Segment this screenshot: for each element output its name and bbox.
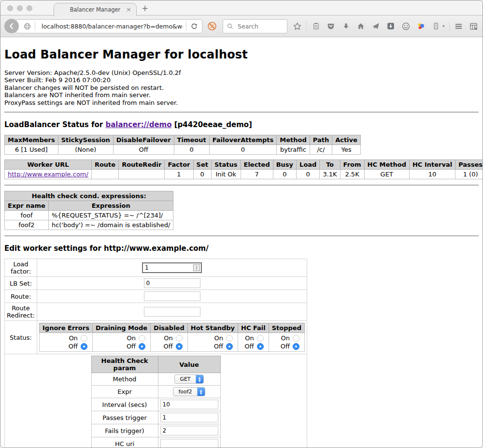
column-header: Expression	[48, 201, 173, 211]
hc-param-row-hc-uri: HC uri	[91, 437, 220, 448]
colored-dots-icon[interactable]	[416, 21, 426, 31]
server-info: Server Version: Apache/2.5.0-dev (Unix) …	[4, 69, 479, 106]
column-header: HC Interval	[409, 160, 455, 170]
workers-table: Worker URL Route RouteRedir Factor Set S…	[4, 159, 483, 179]
method-select[interactable]: GET▲▼	[174, 375, 203, 384]
inherit-note-line: Balancers are NOT inherited from main se…	[4, 91, 479, 99]
tab-balancer-manager[interactable]: Balancer Manager ×	[54, 3, 137, 16]
route-cell	[37, 290, 307, 303]
fails-input[interactable]	[160, 426, 218, 435]
load-factor-cell: ▴▾	[37, 259, 307, 277]
column-header: RouteRedir	[119, 160, 165, 170]
send-icon[interactable]	[371, 21, 381, 31]
home-icon[interactable]	[356, 21, 366, 31]
download-arrow-icon[interactable]	[341, 21, 351, 31]
toolbar-divider	[449, 21, 450, 31]
load-cell: 0	[297, 170, 320, 179]
expr-name-cell: foof2	[5, 220, 49, 230]
hc-fail-off-radio[interactable]	[257, 343, 264, 350]
reload-icon[interactable]	[189, 21, 199, 31]
hc-expressions-table: Health check cond. expressions: Expr nam…	[4, 191, 173, 230]
lb-set-cell	[37, 277, 307, 290]
zoom-window-button[interactable]	[27, 5, 32, 11]
expr-select[interactable]: foof2▲▼	[173, 387, 205, 396]
tab-close-icon[interactable]: ×	[126, 6, 131, 13]
urlbar-divider	[186, 21, 186, 31]
hc-params-table: Health Check param Value Method GET▲▼ Ex…	[91, 356, 221, 448]
hot-standby-off-radio[interactable]	[226, 343, 233, 350]
path-cell: /c/	[310, 145, 332, 155]
balancer-demo-link[interactable]: balancer://demo	[105, 120, 171, 129]
column-header: StickySession	[58, 135, 113, 145]
ignore-errors-radios: On Off	[40, 333, 93, 352]
column-header: Busy	[273, 160, 296, 170]
hc-uri-input[interactable]	[160, 439, 218, 448]
panels-grid-icon[interactable]	[469, 21, 479, 31]
stopped-on-radio[interactable]	[293, 335, 299, 342]
column-header: Value	[158, 356, 220, 373]
device-icon[interactable]	[431, 21, 440, 31]
site-identity-globe-icon[interactable]	[22, 21, 32, 31]
to-cell: 3.1K	[320, 170, 340, 179]
stopped-off-radio[interactable]	[293, 343, 299, 350]
column-header: FailoverAttempts	[209, 135, 277, 145]
form-row-status: Status: Ignore Errors Draining Mode Disa…	[5, 321, 307, 354]
load-factor-input[interactable]	[143, 264, 193, 271]
busy-cell: 0	[273, 170, 296, 179]
passes-input[interactable]	[160, 413, 218, 422]
balancer-status-heading: LoadBalancer Status for balancer://demo …	[4, 120, 479, 129]
passes-label: Passes trigger	[91, 411, 158, 424]
lb-set-input[interactable]	[144, 278, 200, 288]
back-button[interactable]	[4, 19, 19, 33]
downloads-panel-icon[interactable]	[386, 21, 396, 31]
adblock-icon[interactable]	[207, 21, 217, 31]
feedback-smiley-icon[interactable]	[401, 21, 411, 31]
column-header: HC Fail	[238, 323, 269, 333]
menu-hamburger-icon[interactable]	[454, 21, 464, 31]
status-table: Ignore Errors Draining Mode Disabled Hot…	[39, 323, 305, 352]
column-header: Ignore Errors	[40, 323, 93, 333]
hot-standby-radios: On Off	[187, 333, 238, 352]
close-window-button[interactable]	[7, 5, 13, 11]
disabled-on-radio[interactable]	[176, 335, 183, 342]
chevron-down-icon[interactable]: ▾	[442, 24, 445, 29]
table-row: 6 [1 Used] (None) Off 0 0 bytraffic /c/ …	[5, 145, 361, 155]
balancer-summary-table: MaxMembers StickySession DisableFailover…	[4, 135, 361, 155]
search-bar[interactable]	[223, 19, 287, 33]
interval-input[interactable]	[160, 400, 218, 409]
set-cell: 0	[193, 170, 211, 179]
column-header: Timeout	[174, 135, 209, 145]
ignore-errors-off-radio[interactable]	[81, 343, 87, 350]
column-header: Hot Standby	[187, 323, 238, 333]
hc-fail-on-radio[interactable]	[257, 335, 264, 342]
new-tab-button[interactable]: +	[142, 3, 148, 13]
url-input[interactable]: localhost:8880/balancer-manager?b=demo&w…	[42, 23, 183, 30]
expr-value-cell: hc('body') =~ /domain is established/	[48, 220, 173, 230]
disabled-radios: On Off	[151, 333, 188, 352]
pocket-icon[interactable]	[326, 21, 336, 31]
number-spinner-icon[interactable]: ▴▾	[193, 264, 200, 271]
route-redirect-input[interactable]	[144, 307, 200, 317]
worker-url-link[interactable]: http://www.example.com/	[8, 171, 88, 178]
url-bar[interactable]: localhost:8880/balancer-manager?b=demo&w…	[16, 19, 202, 33]
browser-window: Balancer Manager × + localhost:8880/bala…	[0, 0, 483, 448]
expr-value-cell: foof2▲▼	[158, 386, 220, 398]
search-input[interactable]	[237, 22, 280, 30]
draining-mode-off-radio[interactable]	[139, 343, 145, 350]
route-input[interactable]	[144, 291, 200, 301]
load-factor-label: Load factor:	[5, 259, 37, 277]
clipboard-icon[interactable]	[311, 21, 321, 31]
disabled-off-radio[interactable]	[176, 343, 183, 350]
route-redirect-cell	[37, 303, 307, 321]
hot-standby-on-radio[interactable]	[226, 335, 233, 342]
column-header: Passes	[455, 160, 483, 170]
hc-fail-radios: On Off	[238, 333, 269, 352]
stickysession-cell: (None)	[58, 145, 113, 155]
page-content: Load Balancer Manager for localhost Serv…	[0, 37, 483, 448]
minimize-window-button[interactable]	[17, 5, 23, 11]
select-stepper-icon: ▲▼	[197, 388, 205, 396]
draining-mode-on-radio[interactable]	[139, 335, 145, 342]
bookmark-star-icon[interactable]	[292, 21, 302, 31]
ignore-errors-on-radio[interactable]	[81, 335, 87, 342]
off-label: Off	[281, 343, 290, 350]
